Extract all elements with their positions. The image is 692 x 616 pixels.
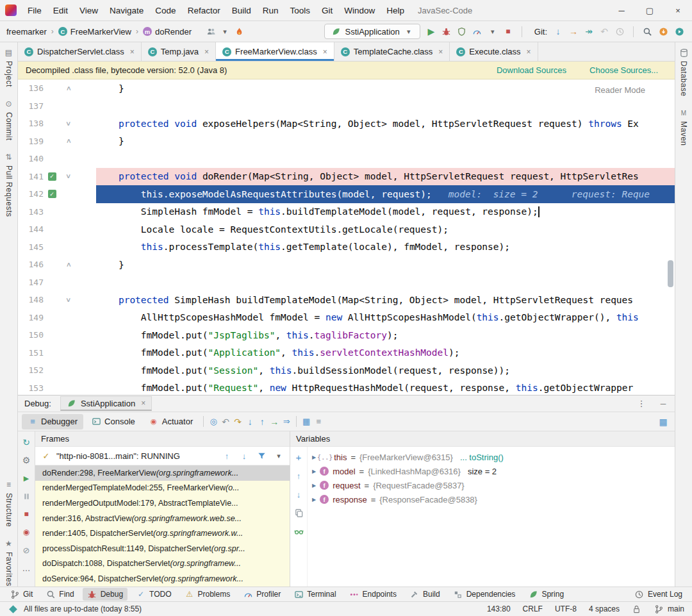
rollback-icon[interactable]: ↶ bbox=[599, 26, 609, 37]
toolwindow-button-commit[interactable]: ⊙Commit bbox=[4, 99, 14, 140]
code-line[interactable]: AllHttpScopesHashModel fmModel = new All… bbox=[96, 309, 675, 327]
menu-item-tools[interactable]: Tools bbox=[284, 3, 316, 18]
code-line[interactable] bbox=[96, 150, 675, 168]
debug-tab-actuator[interactable]: ◉Actuator bbox=[143, 414, 199, 429]
toolwindow-build[interactable]: Build bbox=[405, 588, 445, 601]
variable-row[interactable]: ▶fmodel={LinkedHashMap@6316}size = 2 bbox=[308, 464, 675, 478]
copy-icon[interactable] bbox=[293, 508, 304, 518]
breadcrumb-item-freemarker[interactable]: freemarker bbox=[6, 27, 47, 37]
chevron-down-icon[interactable]: ▾ bbox=[274, 451, 284, 461]
arrow-up-icon[interactable]: ↑ bbox=[293, 470, 304, 481]
menu-item-window[interactable]: Window bbox=[338, 3, 381, 18]
code-line[interactable]: } bbox=[96, 256, 675, 274]
view-breakpoints-icon[interactable]: ◉ bbox=[21, 527, 31, 537]
toolwindow-spring[interactable]: Spring bbox=[523, 588, 568, 601]
close-button[interactable]: × bbox=[664, 0, 692, 21]
toolwindow-event-log[interactable]: Event Log bbox=[630, 588, 687, 601]
stop-icon[interactable]: ■ bbox=[503, 26, 513, 37]
editor-tab-templatecache-class[interactable]: CTemplateCache.class× bbox=[334, 42, 450, 61]
close-icon[interactable]: × bbox=[141, 399, 145, 408]
code-line[interactable]: protected void doRender(Map<String, Obje… bbox=[96, 168, 675, 186]
menu-item-build[interactable]: Build bbox=[226, 3, 257, 18]
glasses-icon[interactable] bbox=[293, 526, 304, 537]
stack-frame-row[interactable]: renderMergedOutputModel:179, AbstractTem… bbox=[35, 495, 290, 511]
arrow-down-icon[interactable]: ↓ bbox=[239, 451, 249, 461]
menu-item-edit[interactable]: Edit bbox=[47, 3, 74, 18]
code-line[interactable]: } bbox=[96, 133, 675, 151]
toolwindow-dependencies[interactable]: Dependencies bbox=[449, 588, 520, 601]
stack-frame-row[interactable]: render:316, AbstractView (org.springfram… bbox=[35, 511, 290, 526]
menu-item-help[interactable]: Help bbox=[381, 3, 410, 18]
fold-down-icon[interactable]: > bbox=[65, 122, 72, 126]
lock-icon[interactable] bbox=[632, 604, 642, 614]
editor-tab-temp-java[interactable]: CTemp.java× bbox=[142, 42, 216, 61]
code-line[interactable]: this.exposeModelAsRequestAttributes(mode… bbox=[96, 185, 675, 203]
chevron-right-icon[interactable]: ▶ bbox=[312, 483, 316, 488]
profiler-flame-icon[interactable] bbox=[234, 26, 244, 37]
kebab-icon[interactable]: ⋮ bbox=[636, 399, 647, 409]
chevron-right-icon[interactable]: ▶ bbox=[312, 469, 316, 474]
arrow-up-icon[interactable]: ↑ bbox=[222, 451, 232, 461]
close-icon[interactable]: × bbox=[323, 47, 327, 56]
code-line[interactable]: fmModel.put("JspTaglibs", this.taglibFac… bbox=[96, 326, 675, 344]
toolwindow-button-structure[interactable]: ≡Structure bbox=[4, 479, 14, 527]
chevron-down-icon[interactable]: ▾ bbox=[220, 26, 230, 37]
arrow-down-icon[interactable]: ↓ bbox=[293, 489, 304, 499]
view-options-icon[interactable]: ▦ bbox=[301, 417, 311, 427]
ai-assistant-icon[interactable] bbox=[674, 26, 684, 37]
app-logo-icon[interactable] bbox=[5, 4, 17, 16]
chevron-down-icon[interactable]: ▾ bbox=[488, 26, 498, 37]
search-everywhere-icon[interactable] bbox=[642, 26, 652, 37]
line-check-icon[interactable]: ✓ bbox=[48, 190, 56, 198]
run-configuration-select[interactable]: SstiApplication ▾ bbox=[324, 24, 420, 39]
fold-up-icon[interactable]: > bbox=[65, 87, 72, 90]
stack-frame-row[interactable]: doRender:298, FreeMarkerView (org.spring… bbox=[35, 465, 290, 481]
close-icon[interactable]: × bbox=[527, 47, 531, 56]
editor-tab-dispatcherservlet-class[interactable]: CDispatcherServlet.class× bbox=[18, 42, 142, 61]
run-to-cursor-icon[interactable]: → bbox=[269, 417, 279, 427]
git-fetch-icon[interactable]: ↠ bbox=[584, 26, 594, 37]
toolwindow-debug[interactable]: Debug bbox=[83, 588, 128, 601]
smart-step-into-icon[interactable]: ⇒ bbox=[281, 417, 292, 427]
toolwindow-find[interactable]: Find bbox=[41, 588, 78, 601]
close-icon[interactable]: × bbox=[130, 47, 135, 56]
stack-frame-row[interactable]: doService:964, DispatcherServlet (org.sp… bbox=[35, 571, 290, 587]
debug-tab-console[interactable]: Console bbox=[85, 414, 141, 429]
settings-menu-icon[interactable]: ≡ bbox=[313, 417, 324, 427]
debug-tab-debugger[interactable]: ≡Debugger bbox=[22, 414, 83, 429]
toolwindow-button-maven[interactable]: MMaven bbox=[679, 108, 689, 146]
debug-session-tab[interactable]: SstiApplication × bbox=[60, 396, 152, 411]
toolwindow-button-favorites[interactable]: ★Favorites bbox=[4, 538, 14, 587]
git-branch[interactable]: main bbox=[654, 604, 684, 614]
breadcrumb-item-dorender[interactable]: mdoRender bbox=[143, 27, 192, 37]
download-sources-link[interactable]: Download Sources bbox=[497, 65, 566, 75]
more-icon[interactable]: … bbox=[21, 563, 31, 573]
editor-tab-execute-class[interactable]: CExecute.class× bbox=[450, 42, 538, 61]
code-line[interactable]: this.processTemplate(this.getTemplate(lo… bbox=[96, 238, 675, 256]
code-line[interactable] bbox=[96, 274, 675, 292]
profiler-icon[interactable] bbox=[472, 26, 482, 37]
indent-select[interactable]: 4 spaces bbox=[589, 604, 620, 613]
add-watch-icon[interactable]: + bbox=[293, 452, 304, 462]
code-line[interactable]: } bbox=[96, 79, 675, 97]
statusbar-message[interactable]: All files are up-to-date (today 8:55) bbox=[24, 604, 142, 613]
line-ending-select[interactable]: CRLF bbox=[523, 604, 543, 613]
line-check-icon[interactable]: ✓ bbox=[48, 172, 56, 181]
pause-icon[interactable] bbox=[21, 491, 31, 501]
editor-tab-freemarkerview-class[interactable]: CFreeMarkerView.class× bbox=[216, 42, 334, 61]
filter-icon[interactable] bbox=[256, 451, 267, 461]
menu-item-code[interactable]: Code bbox=[149, 3, 181, 18]
variable-row[interactable]: ▶frequest={RequestFacade@5837} bbox=[308, 478, 675, 492]
breadcrumb-item-freemarkerview[interactable]: CFreeMarkerView bbox=[58, 27, 131, 37]
code-line[interactable] bbox=[96, 97, 675, 115]
fold-down-icon[interactable]: > bbox=[65, 298, 72, 302]
close-icon[interactable]: × bbox=[438, 47, 443, 56]
to-string-link[interactable]: ... toString() bbox=[460, 453, 504, 462]
code-editor[interactable]: Reader Mode 136> }137138> protected void… bbox=[18, 79, 675, 395]
maximize-button[interactable]: ▢ bbox=[636, 0, 664, 21]
history-icon[interactable] bbox=[614, 26, 625, 37]
show-execution-point-icon[interactable]: ◎ bbox=[208, 417, 218, 427]
step-over-icon[interactable]: ↷ bbox=[233, 417, 243, 427]
code-line[interactable]: Locale locale = RequestContextUtils.getL… bbox=[96, 221, 675, 238]
caret-position[interactable]: 143:80 bbox=[487, 604, 511, 613]
